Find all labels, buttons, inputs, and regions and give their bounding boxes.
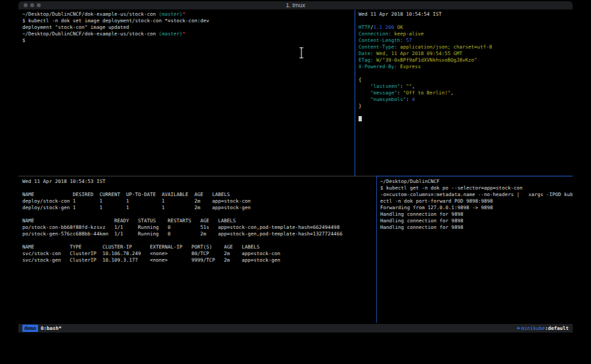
- pane-bottom-right-port-forward[interactable]: ~/Desktop/DublinCNCF$ kubectl get -n dok…: [377, 176, 573, 323]
- text-segment: "": [406, 83, 412, 89]
- text-segment: application/json; charset=utf-8: [397, 44, 492, 50]
- terminal-line: po/stock-gen-576cc688bb-44kmn 1/1 Runnin…: [22, 231, 376, 237]
- text-segment: :: [400, 83, 406, 89]
- text-segment: *: [183, 31, 186, 37]
- text-segment: Wed 11 Apr 2018 10:54:54 IST: [359, 11, 441, 17]
- terminal-line: Content-Length: 57: [359, 37, 573, 44]
- terminal-line: Content-Type: application/json; charset=…: [359, 44, 573, 51]
- traffic-lights: [24, 3, 41, 7]
- text-segment: [359, 83, 370, 89]
- text-segment: Handling connection for 9898: [380, 224, 463, 230]
- text-segment: ~/Desktop/DublinCNCF: [380, 178, 439, 184]
- kube-context-name: minikube: [521, 325, 545, 331]
- terminal-line: Wed 11 Apr 2018 10:54:53 IST: [22, 178, 376, 185]
- text-segment: -o=custom-columns=:metadata.name --no-he…: [380, 192, 573, 197]
- terminal-line: -o=custom-columns=:metadata.name --no-he…: [380, 192, 573, 198]
- terminal-line: [359, 110, 573, 116]
- text-segment: $ kubectl -n dok set image deployment/st…: [22, 18, 209, 24]
- text-segment: :: [397, 90, 403, 96]
- text-segment: ,: [412, 83, 415, 89]
- text-segment: po/stock-con-bb68f88fd-kzsxz 1/1 Running…: [22, 224, 339, 230]
- tmux-status-bar: demo 0:bash* ☸ minikube :default: [18, 324, 573, 333]
- terminal-line: [22, 211, 376, 218]
- text-segment: *: [183, 11, 186, 17]
- text-segment: HTTP: [359, 24, 370, 30]
- window-title: 1. tmux: [18, 1, 573, 10]
- text-segment: Handling connection for 9898: [380, 211, 463, 217]
- text-segment: $: [22, 37, 26, 43]
- terminal-line: Forwarding from 127.0.0.1:9898 -> 9898: [380, 205, 573, 211]
- minimize-button[interactable]: [30, 3, 34, 7]
- pane-top-right-http-response[interactable]: Wed 11 Apr 2018 10:54:54 ISTHTTP/1.1 200…: [355, 10, 573, 176]
- terminal-line: po/stock-con-bb68f88fd-kzsxz 1/1 Running…: [22, 224, 376, 231]
- terminal-line: svc/stock-con ClusterIP 10.106.78.249 <n…: [22, 251, 376, 257]
- close-button[interactable]: [24, 3, 28, 7]
- terminal-line: [359, 116, 573, 123]
- terminal-line: }: [359, 103, 573, 110]
- window-tab-bash[interactable]: 0:bash*: [41, 325, 62, 331]
- terminal-line: $ kubectl get -n dok po --selector=app=s…: [380, 185, 573, 192]
- text-segment: W/"39-0xBPf9aF1dXVNkhsxoBQgJ8vKzo": [374, 57, 477, 63]
- text-segment: ~/Desktop/DublinCNCF/dok-example-us/stoc…: [22, 31, 156, 37]
- text-segment: [359, 90, 370, 96]
- pane-top-left-shell[interactable]: ~/Desktop/DublinCNCF/dok-example-us/stoc…: [18, 10, 355, 176]
- terminal-line: $ kubectl -n dok set image deployment/st…: [22, 18, 355, 24]
- text-segment: deployment "stock-con" image updated: [22, 24, 129, 30]
- text-segment: "message": [370, 90, 397, 96]
- text-segment: {: [359, 77, 362, 83]
- text-segment: ectl -n dok port-forward POD 9898:9898: [380, 198, 493, 204]
- text-segment: svc/stock-con ClusterIP 10.106.78.249 <n…: [22, 251, 280, 256]
- terminal-line: X-Powered-By: Express: [359, 64, 573, 70]
- terminal-line: "message": "Off to Berlin!",: [359, 90, 573, 96]
- terminal-line: Connection: keep-alive: [359, 31, 573, 37]
- terminal-line: [359, 70, 573, 77]
- terminal-line: Handling connection for 9898: [380, 211, 573, 218]
- terminal-line: "lastseen": "",: [359, 83, 573, 90]
- text-segment: OK: [394, 24, 403, 30]
- kubernetes-helm-icon: ☸: [517, 325, 520, 331]
- terminal-line: [359, 18, 573, 24]
- text-segment: deploy/stock-gen 1 1 1 1 2m app=stock-ge…: [22, 205, 251, 211]
- text-segment: Express: [397, 64, 421, 70]
- window-titlebar: 1. tmux: [18, 1, 573, 10]
- text-segment: Wed 11 Apr 2018 10:54:53 IST: [22, 178, 105, 184]
- text-segment: NAME TYPE CLUSTER-IP EXTERNAL-IP PORT(S)…: [22, 244, 259, 250]
- text-segment: $ kubectl get -n dok po --selector=app=s…: [380, 185, 523, 191]
- terminal-line: deployment "stock-con" image updated: [22, 24, 355, 31]
- terminal-line: deploy/stock-gen 1 1 1 1 2m app=stock-ge…: [22, 205, 376, 211]
- text-segment: "lastseen": [370, 83, 400, 89]
- maximize-button[interactable]: [37, 3, 41, 7]
- terminal-window: 1. tmux ~/Desktop/DublinCNCF/dok-example…: [18, 1, 573, 331]
- text-segment: 4: [412, 96, 415, 102]
- terminal-line: "numsymbols": 4: [359, 96, 573, 103]
- text-segment: deploy/stock-con 1 1 1 1 2m app=stock-co…: [22, 198, 251, 204]
- text-segment: "Off to Berlin!": [403, 90, 450, 96]
- text-segment: 1.1: [374, 24, 383, 30]
- session-name-badge: demo: [22, 325, 38, 332]
- text-segment: 57: [403, 37, 412, 43]
- terminal-line: {: [359, 77, 573, 83]
- text-segment: Wed, 11 Apr 2018 09:54:55 GMT: [374, 51, 462, 56]
- text-segment: Handling connection for 9898: [380, 218, 463, 224]
- text-segment: NAME READY STATUS RESTARTS AGE LABELS: [22, 218, 236, 224]
- terminal-line: NAME DESIRED CURRENT UP-TO-DATE AVAILABL…: [22, 192, 376, 198]
- text-segment: NAME DESIRED CURRENT UP-TO-DATE AVAILABL…: [22, 192, 230, 197]
- text-segment: }: [359, 103, 362, 109]
- mouse-ibeam-cursor: [299, 47, 304, 58]
- text-segment: :: [406, 96, 412, 102]
- kube-namespace: :default: [545, 325, 569, 331]
- text-segment: Date:: [359, 51, 374, 56]
- text-segment: X-Powered-By:: [359, 64, 397, 70]
- terminal-line: ~/Desktop/DublinCNCF/dok-example-us/stoc…: [22, 31, 355, 37]
- pane-bottom-left-kubectl-watch[interactable]: Wed 11 Apr 2018 10:54:53 ISTNAME DESIRED…: [18, 176, 376, 323]
- terminal-line: Handling connection for 9898: [380, 224, 573, 231]
- terminal-line: ETag: W/"39-0xBPf9aF1dXVNkhsxoBQgJ8vKzo": [359, 57, 573, 64]
- terminal-line: $: [22, 37, 355, 44]
- text-segment: "numsymbols": [370, 96, 406, 102]
- terminal-line: Date: Wed, 11 Apr 2018 09:54:55 GMT: [359, 51, 573, 57]
- terminal-line: [22, 185, 376, 192]
- text-segment: ETag:: [359, 57, 374, 63]
- text-segment: [359, 96, 370, 102]
- terminal-line: ~/Desktop/DublinCNCF/dok-example-us/stoc…: [22, 11, 355, 18]
- text-segment: Forwarding from 127.0.0.1:9898 -> 9898: [380, 205, 493, 211]
